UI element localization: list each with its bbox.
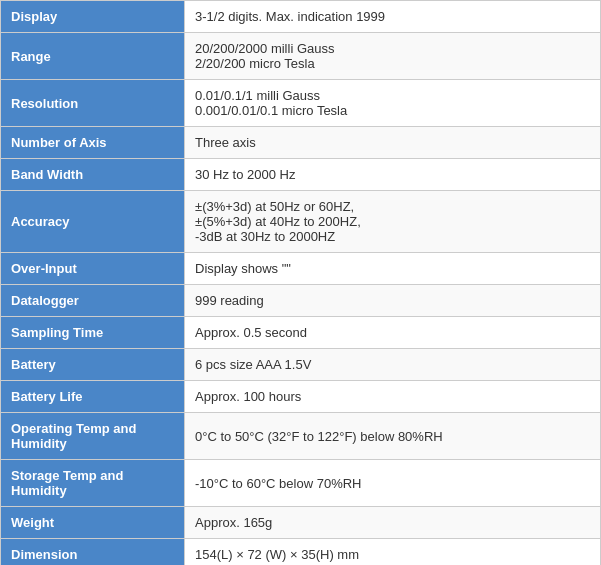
row-value: Three axis [185,127,601,159]
table-row: Dimension154(L) × 72 (W) × 35(H) mm [1,539,601,566]
table-row: Range20/200/2000 milli Gauss2/20/200 mic… [1,33,601,80]
row-value: 3-1/2 digits. Max. indication 1999 [185,1,601,33]
row-label: Over-Input [1,253,185,285]
row-value: 6 pcs size AAA 1.5V [185,349,601,381]
table-row: Over-InputDisplay shows "" [1,253,601,285]
row-label: Operating Temp and Humidity [1,413,185,460]
table-row: Band Width30 Hz to 2000 Hz [1,159,601,191]
row-label: Battery Life [1,381,185,413]
row-value: Approx. 165g [185,507,601,539]
row-value: ±(3%+3d) at 50Hz or 60HZ,±(5%+3d) at 40H… [185,191,601,253]
row-value: 999 reading [185,285,601,317]
table-row: Display3-1/2 digits. Max. indication 199… [1,1,601,33]
table-row: Accuracy±(3%+3d) at 50Hz or 60HZ,±(5%+3d… [1,191,601,253]
row-value: 0.01/0.1/1 milli Gauss0.001/0.01/0.1 mic… [185,80,601,127]
specs-table: Display3-1/2 digits. Max. indication 199… [0,0,601,565]
row-label: Dimension [1,539,185,566]
table-row: Resolution0.01/0.1/1 milli Gauss0.001/0.… [1,80,601,127]
row-value: Approx. 0.5 second [185,317,601,349]
table-row: Datalogger999 reading [1,285,601,317]
row-value: 154(L) × 72 (W) × 35(H) mm [185,539,601,566]
row-label: Storage Temp and Humidity [1,460,185,507]
row-label: Band Width [1,159,185,191]
row-label: Battery [1,349,185,381]
row-label: Number of Axis [1,127,185,159]
row-label: Weight [1,507,185,539]
table-row: Storage Temp and Humidity-10°C to 60°C b… [1,460,601,507]
row-value: 20/200/2000 milli Gauss2/20/200 micro Te… [185,33,601,80]
row-label: Range [1,33,185,80]
table-row: Number of AxisThree axis [1,127,601,159]
row-label: Sampling Time [1,317,185,349]
row-value: Approx. 100 hours [185,381,601,413]
row-value: 0°C to 50°C (32°F to 122°F) below 80%RH [185,413,601,460]
row-value: -10°C to 60°C below 70%RH [185,460,601,507]
row-value: 30 Hz to 2000 Hz [185,159,601,191]
row-value: Display shows "" [185,253,601,285]
row-label: Resolution [1,80,185,127]
table-row: Battery LifeApprox. 100 hours [1,381,601,413]
row-label: Accuracy [1,191,185,253]
table-row: Sampling TimeApprox. 0.5 second [1,317,601,349]
table-row: Battery6 pcs size AAA 1.5V [1,349,601,381]
table-row: Operating Temp and Humidity0°C to 50°C (… [1,413,601,460]
row-label: Display [1,1,185,33]
table-row: WeightApprox. 165g [1,507,601,539]
row-label: Datalogger [1,285,185,317]
